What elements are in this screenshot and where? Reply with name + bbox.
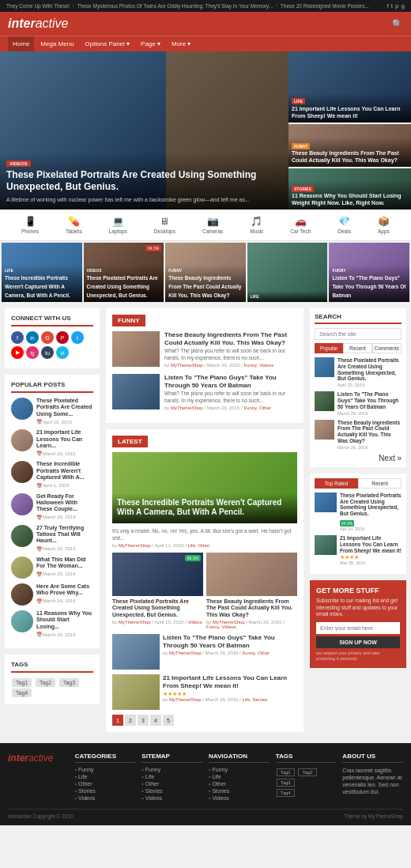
footer-cat-funny[interactable]: Funny	[75, 767, 136, 772]
hero-main[interactable]: VIDEOS These Pixelated Portraits Are Cre…	[0, 51, 288, 209]
googleplus-icon[interactable]: G	[41, 331, 54, 344]
vimeo-icon[interactable]: vi	[56, 346, 69, 359]
popular-post-4[interactable]: Get Ready For Halloween With These Coupl…	[11, 493, 93, 520]
nav-options-panel[interactable]: Options Panel ▾	[81, 36, 134, 51]
footer-tag-2[interactable]: Tag2	[298, 768, 316, 776]
search-result-1[interactable]: These Pixelated Portraits Are Created Us…	[315, 357, 402, 387]
newsletter-email-input[interactable]	[316, 622, 400, 634]
cat-cameras[interactable]: 📷 Cameras	[202, 216, 223, 234]
tr-item-1[interactable]: These Pixelated Portraits Are Created Us…	[315, 492, 402, 531]
latest-hero-author[interactable]: MyThemeShop	[119, 543, 151, 548]
footer-nav-life[interactable]: Life	[209, 774, 270, 779]
cat-tablets[interactable]: 💊 Tablets	[66, 216, 82, 234]
site-logo[interactable]: interactive	[8, 17, 68, 31]
funny-author-1[interactable]: MyThemeShop	[171, 363, 203, 368]
search-result-2[interactable]: Listen To "The Piano Guys" Take You Thro…	[315, 391, 402, 415]
tumblr-icon[interactable]: tu	[41, 346, 54, 359]
cat-desktops[interactable]: 🖥 Desktops	[154, 216, 175, 234]
twitter-icon-topbar[interactable]: t	[391, 2, 393, 9]
popular-post-7[interactable]: Here Are Some Cats Who Prove Why... 📅Mar…	[11, 583, 93, 606]
feat-item-5[interactable]: FUNNY Listen To "The Piano Guys" Take Yo…	[329, 243, 409, 302]
twitter-icon[interactable]: t	[71, 331, 84, 344]
page-btn-1[interactable]: 1	[112, 715, 123, 726]
cat-apps[interactable]: 📦 Apps	[378, 216, 390, 234]
footer-sitemap-videos[interactable]: Videos	[141, 795, 202, 801]
latest-hero-cats[interactable]: Life, Other	[187, 543, 209, 548]
instagram-icon[interactable]: ig	[26, 346, 39, 359]
hero-funny-card[interactable]: FUNNY These Beauty Ingredients From The …	[288, 123, 411, 167]
cat-deals[interactable]: 💎 Deals	[337, 216, 351, 234]
newsletter-signup-button[interactable]: SIGN UP NOW	[316, 636, 400, 648]
latest-card-2[interactable]: These Beauty Ingredients From The Past C…	[206, 553, 297, 629]
footer-nav-other[interactable]: Other	[209, 781, 270, 787]
tr-tab-top-rated[interactable]: Top Rated	[315, 478, 358, 489]
youtube-icon[interactable]: ▶	[11, 346, 24, 359]
cat-laptops[interactable]: 💻 Laptops	[109, 216, 127, 234]
footer-sitemap-other[interactable]: Other	[141, 781, 202, 787]
footer-cat-other[interactable]: Other	[75, 781, 136, 787]
latest-hero-post[interactable]: These Incredible Portraits Weren't Captu…	[112, 452, 297, 523]
story-author-2[interactable]: MyThemeShop	[169, 697, 202, 702]
header-search-icon[interactable]: 🔍	[392, 19, 403, 29]
nav-page[interactable]: Page ▾	[136, 36, 165, 51]
cat-phones[interactable]: 📱 Phones	[21, 216, 39, 234]
feat-item-1[interactable]: LIFE These Incredible Portraits Weren't …	[2, 243, 82, 302]
lc-author-1[interactable]: MyThemeShop	[119, 620, 151, 625]
popular-post-2[interactable]: 21 Important Life Lessons You Can Learn.…	[11, 429, 93, 456]
linkedin-icon[interactable]: in	[26, 331, 39, 344]
popular-post-1[interactable]: These Pixelated Portraits Are Created Us…	[11, 398, 93, 425]
hero-stories-card[interactable]: STORIES 11 Reasons Why You Should Start …	[288, 167, 411, 209]
facebook-icon[interactable]: f	[11, 331, 24, 344]
googleplus-icon-topbar[interactable]: g	[402, 2, 405, 9]
footer-nav-funny[interactable]: Funny	[209, 767, 270, 772]
page-btn-3[interactable]: 3	[138, 715, 149, 726]
search-next[interactable]: Next »	[315, 454, 402, 462]
tag-2[interactable]: Tag2	[36, 678, 55, 687]
tag-3[interactable]: Tag3	[59, 678, 79, 687]
footer-tag-4[interactable]: Tag4	[277, 789, 295, 797]
search-tab-popular[interactable]: Popular	[315, 343, 343, 353]
story-author-1[interactable]: MyThemeShop	[169, 651, 202, 655]
popular-post-5[interactable]: 27 Truly Terrifying Tattoos That Will Ha…	[11, 525, 93, 552]
footer-nav-stories[interactable]: Stories	[209, 788, 270, 794]
footer-cat-life[interactable]: Life	[75, 774, 136, 779]
latest-card-1[interactable]: 86.3% These Pixelated Portraits Are Crea…	[112, 553, 203, 629]
popular-post-3[interactable]: These Incredible Portraits Weren't Captu…	[11, 461, 93, 488]
footer-tag-3[interactable]: Tag3	[277, 779, 295, 787]
story-cats-2[interactable]: Life, Stories	[242, 697, 267, 702]
page-btn-5[interactable]: 5	[163, 715, 174, 726]
popular-post-8[interactable]: 11 Reasons Why You Should Start Losing..…	[11, 610, 93, 637]
lc-cats-1[interactable]: Videos	[187, 620, 202, 625]
story-post-2[interactable]: 21 Important Life Lessons You Can Learn …	[112, 674, 297, 710]
lc-cats-2[interactable]: Funny, Videos	[206, 625, 236, 629]
footer-tag-1[interactable]: Tag1	[277, 768, 295, 776]
story-post-1[interactable]: Listen To "The Piano Guys" Take You Thro…	[112, 634, 297, 670]
nav-home[interactable]: Home	[8, 36, 34, 51]
page-btn-4[interactable]: 4	[150, 715, 161, 726]
funny-post-1[interactable]: These Beauty Ingredients From The Past C…	[112, 331, 297, 368]
search-tab-recent[interactable]: Recent	[343, 343, 371, 353]
funny-cats-2[interactable]: Funny, Other	[243, 406, 271, 410]
pinterest-icon[interactable]: P	[56, 331, 69, 344]
popular-post-6[interactable]: What This Man Did For The Woman... 📅Marc…	[11, 557, 93, 579]
facebook-icon-topbar[interactable]: f	[387, 2, 389, 9]
tr-item-2[interactable]: 21 Important Life Lessons You Can Learn …	[315, 535, 402, 565]
funny-author-2[interactable]: MyThemeShop	[171, 406, 203, 410]
topbar-link-2[interactable]: These Mysterious Photos Of Twins Are Odd…	[77, 3, 273, 9]
funny-post-2[interactable]: Listen To "The Piano Guys" Take You Thro…	[112, 374, 297, 410]
footer-sitemap-life[interactable]: Life	[141, 774, 202, 779]
page-btn-2[interactable]: 2	[125, 715, 136, 726]
cat-cartech[interactable]: 🚗 Car Tech	[290, 216, 311, 234]
story-cats-1[interactable]: Funny, Other	[242, 651, 270, 655]
search-tab-comments[interactable]: Comments	[372, 343, 402, 353]
footer-sitemap-stories[interactable]: Stories	[141, 788, 202, 794]
funny-cats-1[interactable]: Funny, Videos	[243, 363, 273, 368]
footer-sitemap-funny[interactable]: Funny	[141, 767, 202, 772]
search-input[interactable]	[315, 328, 402, 340]
cat-music[interactable]: 🎵 Music	[250, 216, 263, 234]
feat-item-2[interactable]: 84.3% VIDEOS These Pixelated Portraits A…	[84, 243, 164, 302]
topbar-link-3[interactable]: These 20 Redesigned Movie Posters...	[281, 3, 369, 9]
tag-4[interactable]: Tag4	[12, 689, 32, 697]
search-result-3[interactable]: These Beauty Ingredients From The Past C…	[315, 420, 402, 450]
hero-life-card[interactable]: LIFE 21 Important Life Lessons You Can L…	[288, 51, 411, 123]
